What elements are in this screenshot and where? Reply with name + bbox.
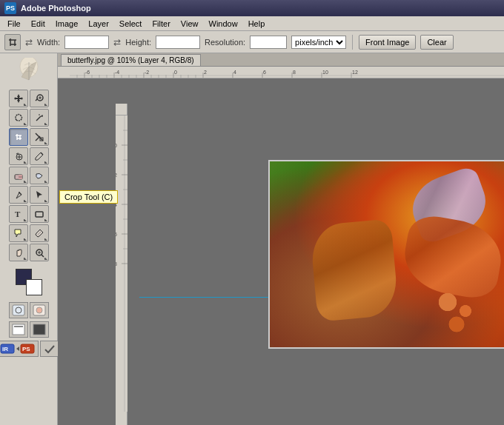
svg-text:0: 0 [174, 70, 177, 75]
quick-mask-on[interactable] [30, 302, 49, 318]
tool-row-8 [9, 224, 49, 242]
resolution-input[interactable] [250, 36, 287, 49]
front-image-button[interactable]: Front Image [359, 35, 416, 50]
healing-brush-tool[interactable] [9, 147, 28, 165]
svg-line-38 [42, 255, 44, 257]
jump-to-imageready[interactable]: IRPS [0, 341, 39, 357]
svg-rect-39 [13, 305, 24, 315]
menu-image[interactable]: Image [51, 18, 83, 30]
lasso-tool[interactable] [9, 109, 28, 127]
zoom-tool[interactable] [30, 90, 49, 107]
svg-text:0: 0 [116, 143, 117, 148]
ruler-top: // Done via inline positioning -6 -4 -2 … [58, 67, 504, 78]
options-bar: ⇄ Width: ⇄ Height: Resolution: pixels/in… [0, 31, 504, 53]
app-icon: PS [4, 2, 16, 14]
background-color[interactable] [26, 279, 42, 295]
notes-tool[interactable] [9, 224, 28, 242]
foreground-background-colors[interactable] [16, 269, 42, 295]
svg-marker-30 [36, 191, 42, 198]
svg-text:8: 8 [116, 261, 117, 267]
document-tab[interactable]: butterfly.jpg @ 101% (Layer 4, RGB/8) [61, 54, 201, 66]
zoom-in-tool[interactable] [30, 244, 49, 261]
canvas-workspace[interactable] [127, 116, 504, 425]
menu-view[interactable]: View [176, 18, 203, 30]
smudge-tool[interactable] [30, 167, 49, 184]
svg-line-23 [16, 153, 19, 154]
menu-filter[interactable]: Filter [147, 18, 174, 30]
svg-line-9 [36, 116, 41, 121]
swap-icon[interactable]: ⇄ [25, 37, 33, 47]
menu-edit[interactable]: Edit [27, 18, 50, 30]
wing-mid [310, 218, 399, 321]
screen-mode-full[interactable] [30, 321, 49, 338]
svg-point-42 [36, 307, 42, 313]
color-swatches [16, 269, 42, 298]
main-area: T [0, 53, 504, 425]
svg-point-29 [19, 192, 20, 193]
svg-text:T: T [15, 210, 21, 218]
magic-wand-tool[interactable] [30, 109, 49, 127]
svg-rect-51 [70, 67, 504, 78]
ruler-corner [116, 104, 127, 116]
wing-spots [434, 289, 479, 333]
svg-text:-4: -4 [115, 70, 119, 75]
menu-select[interactable]: Select [115, 18, 147, 30]
height-input[interactable] [156, 36, 200, 49]
svg-text:-2: -2 [145, 70, 149, 75]
quick-mask-off[interactable] [9, 302, 28, 318]
photo-canvas[interactable] [268, 160, 504, 349]
pen-tool[interactable] [9, 186, 28, 204]
menu-layer[interactable]: Layer [84, 18, 113, 30]
svg-rect-44 [14, 326, 23, 327]
canvas-area: butterfly.jpg @ 101% (Layer 4, RGB/8) //… [58, 53, 504, 425]
svg-text:10: 10 [322, 70, 328, 75]
path-selection-tool[interactable] [30, 186, 49, 204]
svg-rect-32 [36, 212, 43, 217]
shape-tool[interactable] [30, 205, 49, 223]
height-label: Height: [125, 38, 151, 47]
width-input[interactable] [64, 36, 109, 49]
tool-row-1 [9, 90, 49, 107]
swap-height-icon[interactable]: ⇄ [113, 37, 121, 47]
tool-row-3 [9, 128, 49, 146]
svg-text:IR: IR [2, 346, 8, 352]
type-tool[interactable]: T [9, 205, 28, 223]
menu-window[interactable]: Window [205, 18, 242, 30]
toolbox-bottom: IRPS [0, 302, 59, 357]
svg-text:2: 2 [116, 173, 117, 178]
svg-line-24 [41, 153, 43, 155]
svg-text:6: 6 [116, 232, 117, 237]
tool-row-4 [9, 147, 49, 165]
tool-row-7: T [9, 205, 49, 223]
screen-mode-standard[interactable] [9, 321, 28, 338]
clear-button[interactable]: Clear [420, 35, 453, 50]
resolution-unit-select[interactable]: pixels/inch [291, 36, 346, 49]
ps-logo [13, 56, 45, 86]
butterfly-image [269, 161, 504, 348]
eraser-tool[interactable] [9, 167, 28, 184]
brush-tool[interactable] [30, 147, 49, 165]
menu-file[interactable]: File [3, 18, 25, 30]
check-mark-tool[interactable] [40, 341, 59, 357]
app-title: Adobe Photoshop [21, 4, 91, 13]
slice-tool[interactable] [30, 128, 49, 146]
svg-text:6: 6 [263, 70, 266, 75]
svg-text:12: 12 [352, 70, 358, 75]
svg-text:4: 4 [116, 202, 117, 207]
ruler-left: 0 2 4 6 8 [116, 116, 127, 425]
eyedropper-tool[interactable] [30, 224, 49, 242]
menu-help[interactable]: Help [244, 18, 270, 30]
tab-bar: butterfly.jpg @ 101% (Layer 4, RGB/8) [58, 53, 504, 67]
svg-rect-45 [33, 324, 45, 335]
svg-marker-33 [15, 230, 21, 237]
hand-tool[interactable] [9, 244, 28, 261]
move-tool[interactable] [9, 90, 28, 107]
svg-text:4: 4 [233, 70, 236, 75]
tool-row-5 [9, 167, 49, 184]
resolution-label: Resolution: [205, 38, 245, 47]
crop-tool[interactable] [9, 128, 28, 146]
menu-bar: File Edit Image Layer Select Filter View… [0, 16, 504, 31]
svg-text:8: 8 [293, 70, 296, 75]
options-divider [352, 35, 353, 50]
toolbox: T [0, 53, 58, 425]
